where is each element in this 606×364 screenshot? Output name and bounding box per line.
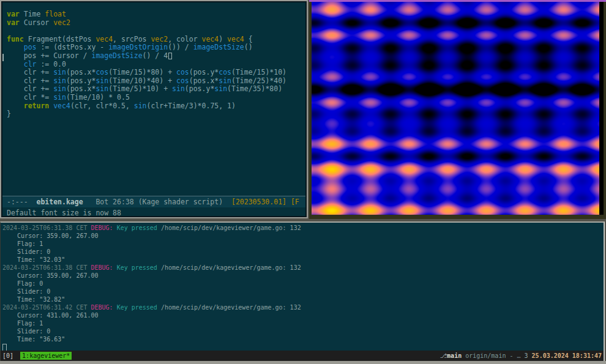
tmux-window-tab[interactable]: 1:kageviewer* [20, 352, 72, 360]
log-detail-text: Time: "36.63" [2, 336, 65, 343]
log-entry-detail: Cursor: 359.00, 267.00 [2, 232, 301, 240]
code-token: (pos.y* [189, 68, 219, 76]
code-token: (clr, clr*0.5, [70, 102, 134, 110]
code-token: clr += [7, 76, 53, 85]
log-level: DEBUG: [91, 225, 117, 231]
code-token: } [7, 110, 11, 118]
log-detail-text: Flag: 1 [2, 240, 43, 247]
code-token: (Time/10) * 0.5 [66, 93, 130, 102]
log-message: Key pressed [117, 304, 161, 311]
editor-cursor [168, 53, 172, 59]
terminal-output[interactable]: 2024-03-25T06:31.38 CET DEBUG: Key press… [2, 224, 301, 343]
code-line: func Fragment(dstPos vec4, srcPos vec2, … [7, 35, 304, 44]
code-token: sin [53, 93, 66, 102]
log-entry-detail: Time: "36.63" [2, 335, 301, 343]
code-token: sin [53, 68, 66, 76]
code-editor[interactable]: var Time floatvar Cursor vec2 func Fragm… [7, 10, 304, 119]
log-entry-detail: Cursor: 359.00, 267.00 [2, 272, 301, 280]
log-detail-text: Flag: 1 [2, 320, 43, 327]
code-token: (Time/15)*10) [231, 68, 286, 76]
code-line: clr += sin(pos.y*sin(Time/10)*40) + cos(… [7, 77, 304, 86]
code-token: sin [53, 76, 66, 85]
code-line: var Time float [7, 10, 304, 19]
code-token: (pos.x* [189, 76, 219, 85]
desktop-edge [0, 361, 606, 364]
code-line: clr *= sin(Time/10) * 0.5 [7, 94, 304, 102]
minibuffer-echo-area[interactable]: Default font size is now 88 [7, 209, 121, 217]
code-token: Fragment(dstPos [24, 35, 96, 43]
code-token: , srcPos [113, 35, 151, 43]
code-line: return vec4(clr, clr*0.5, sin(clr+Time/3… [7, 102, 304, 111]
code-line: pos := (dstPos.xy - imageDstOrigin()) / … [7, 43, 304, 52]
code-line: clr := 0.0 [7, 61, 304, 69]
tmux-status-bar: [0] 1:kageviewer* ⎇main origin/main - … … [1, 351, 604, 361]
git-remote-name: origin/main [462, 352, 506, 359]
log-timestamp: 2024-03-25T06:31.38 CET [2, 264, 91, 271]
modeline: -:--- ebiten.kage Bot 26:38 (Kage shader… [2, 196, 305, 207]
code-token: pos += Cursor / [7, 51, 91, 60]
code-token: func [7, 35, 24, 43]
code-token [7, 102, 24, 110]
shader-preview-canvas[interactable] [312, 2, 599, 215]
log-location: /home/scip/dev/kageviewer/game.go: 132 [161, 304, 301, 311]
code-token: (pos.x* [66, 68, 95, 76]
log-entry-header: 2024-03-25T06:31.38 CET DEBUG: Key press… [2, 224, 301, 232]
code-token: (Time/5)*10) + [108, 84, 172, 93]
modeline-buffer-name: ebiten.kage [36, 198, 83, 206]
code-token: cos [95, 68, 108, 76]
code-token: sin [219, 76, 231, 85]
code-token: clr += [7, 84, 53, 93]
code-token: (pos.y* [66, 76, 95, 85]
log-timestamp: 2024-03-25T06:31.38 CET [2, 225, 91, 231]
log-detail-text: Time: "32.82" [2, 296, 65, 303]
code-token: vec4 [95, 35, 113, 43]
code-token: := 0.0 [36, 60, 65, 69]
code-line: clr += sin(pos.x*cos(Time/15)*80) + cos(… [7, 69, 304, 77]
log-message: Key pressed [117, 264, 161, 271]
log-timestamp: 2024-03-25T06:31.42 CET [2, 304, 91, 311]
log-level: DEBUG: [91, 264, 117, 271]
log-entry-detail: Flag: 1 [2, 319, 301, 327]
code-token: imageDstSize [193, 43, 244, 51]
code-token: clr += [7, 68, 53, 76]
code-token: Time [20, 10, 45, 18]
code-token: imageDstSize [91, 51, 142, 60]
code-token: () / 4 [143, 51, 168, 60]
code-line: } [7, 110, 304, 119]
code-token: ) [219, 35, 227, 43]
code-token: := (dstPos.xy - [36, 43, 108, 51]
log-entry-detail: Slider: 0 [2, 288, 301, 295]
log-detail-text: Cursor: 359.00, 267.00 [2, 272, 99, 279]
log-detail-text: Cursor: 359.00, 267.00 [2, 232, 99, 239]
log-detail-text: Slider: 0 [2, 328, 50, 335]
code-token: var [7, 18, 20, 27]
code-token: (Time/25)*40) [231, 76, 286, 85]
code-line: var Cursor vec2 [7, 19, 304, 28]
shader-preview-window [309, 0, 606, 219]
code-token [7, 60, 24, 69]
code-token: (Time/15)*80) + [108, 68, 176, 76]
code-token: sin [214, 84, 227, 93]
log-detail-text: Flag: 0 [2, 280, 43, 287]
log-entry-header: 2024-03-25T06:31.38 CET DEBUG: Key press… [2, 264, 301, 272]
code-token: (pos.x* [66, 84, 95, 93]
log-entry-detail: Flag: 1 [2, 240, 301, 248]
status-datetime: 25.03.2024 18:31:47 [528, 352, 602, 359]
code-token: sin [95, 76, 108, 85]
code-token: vec4 [227, 35, 244, 43]
log-entry-detail: Slider: 0 [2, 327, 301, 335]
tmux-session-index: [0] [2, 352, 17, 359]
code-token: sin [172, 84, 185, 93]
code-token: var [7, 10, 20, 18]
code-token: sin [134, 102, 147, 110]
code-token: vec4 [53, 102, 70, 110]
editor-window: var Time floatvar Cursor vec2 func Fragm… [0, 0, 308, 218]
log-entry-detail: Cursor: 431.00, 261.00 [2, 311, 301, 319]
code-token: () [244, 43, 253, 51]
log-location: /home/scip/dev/kageviewer/game.go: 132 [161, 225, 301, 231]
log-entry-detail: Slider: 0 [2, 248, 301, 256]
log-entry-detail: Flag: 0 [2, 280, 301, 288]
log-entry-detail: Time: "32.82" [2, 295, 301, 303]
log-detail-text: Time: "32.03" [2, 256, 65, 263]
status-ellipsis: … [517, 352, 525, 359]
